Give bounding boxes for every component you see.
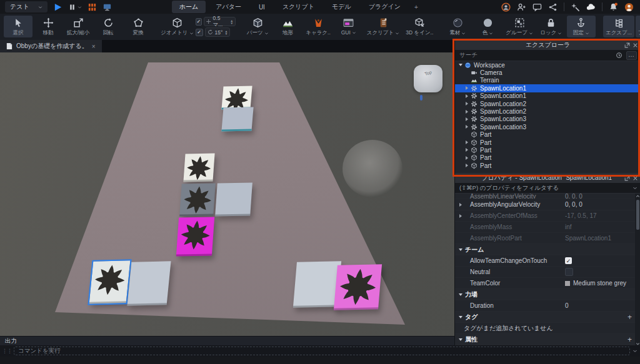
tree-item-Workspace[interactable]: Workspace xyxy=(455,61,640,69)
checkbox-unchecked[interactable] xyxy=(565,268,573,276)
property-value[interactable]: 0, 0, 0 xyxy=(565,201,640,208)
toolbar-button-lock[interactable]: ロック xyxy=(537,16,566,37)
toolbar-button-anchor[interactable]: 固定 xyxy=(567,16,596,37)
snap-value-input[interactable]: 0.5 マ...▲▼ xyxy=(204,17,236,26)
scrollbar-thumb[interactable] xyxy=(636,200,639,230)
expander-icon[interactable] xyxy=(464,156,469,160)
spark-icon[interactable] xyxy=(571,2,580,12)
tree-item-Camera[interactable]: Camera xyxy=(455,69,640,76)
person-add-icon[interactable] xyxy=(517,2,526,12)
spawn-pad[interactable] xyxy=(183,154,214,182)
snap-value-input[interactable]: 15°▲▼ xyxy=(205,27,231,37)
snap-checkbox[interactable]: ✓ xyxy=(196,18,202,26)
property-row-AllowTeamChangeOnTouch[interactable]: AllowTeamChangeOnTouch✓ xyxy=(455,255,640,267)
expander-icon[interactable] xyxy=(464,125,469,129)
expander-icon[interactable] xyxy=(464,117,469,121)
ribbon-tab-プラグイン[interactable]: プラグイン xyxy=(361,1,408,13)
property-row-Duration[interactable]: Duration0 xyxy=(455,300,640,312)
toolbar-button-group[interactable]: グループ xyxy=(503,16,536,37)
toolbar-button-terrain[interactable]: 地形 xyxy=(273,16,302,37)
property-row-AssemblyMass[interactable]: AssemblyMassinf xyxy=(455,222,640,233)
toolbar-button-scale[interactable]: 拡大/縮小 xyxy=(64,16,92,37)
ribbon-tab-UI[interactable]: UI xyxy=(251,2,272,12)
ribbon-tab-+[interactable]: + xyxy=(411,2,422,12)
spawn-pad[interactable] xyxy=(334,264,382,310)
bell-icon[interactable] xyxy=(609,2,618,12)
document-tab[interactable]: Obbyの基礎を作成する。 × xyxy=(0,40,102,52)
property-value[interactable]: 0, 0, 0 xyxy=(565,194,640,199)
explorer-title-bar[interactable]: エクスプローラ xyxy=(455,40,640,50)
tree-item-SpawnLocation1[interactable]: SpawnLocation1 xyxy=(455,92,640,100)
toolbar-button-cursor[interactable]: 選択 xyxy=(4,16,32,37)
viewport-3d[interactable]: Top xyxy=(0,52,454,336)
property-section-力場[interactable]: 力場 xyxy=(455,289,640,300)
ribbon-tab-アバター[interactable]: アバター xyxy=(208,1,249,13)
view-cube[interactable]: Top xyxy=(414,65,442,92)
property-value[interactable]: ✓ xyxy=(565,257,640,264)
toolbar-button-move[interactable]: 移動 xyxy=(34,16,62,37)
property-value[interactable]: SpawnLocation1 xyxy=(565,235,640,242)
spawn-pad[interactable] xyxy=(176,217,214,257)
property-row-AssemblyCenterOfMass[interactable]: AssemblyCenterOfMass-17, 0.5, 17 xyxy=(455,210,640,222)
tree-item-SpawnLocation3[interactable]: SpawnLocation3 xyxy=(455,123,640,130)
snap-checkbox[interactable]: ✓ xyxy=(196,29,203,36)
properties-filter[interactable]: (⇧⌘P) のプロパティをフィルタする xyxy=(455,183,640,194)
property-value[interactable] xyxy=(565,268,640,276)
tree-item-SpawnLocation2[interactable]: SpawnLocation2 xyxy=(455,107,640,115)
tree-item-Part[interactable]: Part xyxy=(455,162,640,169)
spawn-pad[interactable] xyxy=(221,86,252,110)
profile-avatar-icon[interactable] xyxy=(624,2,634,12)
pause-icon[interactable] xyxy=(68,2,82,12)
toolbar-button-rotate[interactable]: 回転 xyxy=(94,16,122,37)
cloud-icon[interactable] xyxy=(586,2,596,12)
spawn-pad[interactable] xyxy=(89,260,131,303)
toolbar-button-explorer[interactable]: エクスプ... xyxy=(603,16,634,37)
drag-handle-icon[interactable]: ⋮⋮ xyxy=(0,348,14,354)
close-icon[interactable] xyxy=(632,42,638,48)
expander-icon[interactable] xyxy=(464,110,469,114)
test-mode-dropdown[interactable]: テスト xyxy=(5,1,48,12)
expander-icon[interactable] xyxy=(464,86,469,90)
platform-tile[interactable] xyxy=(221,107,253,132)
tree-item-Terrain[interactable]: Terrain xyxy=(455,77,640,84)
property-row-AssemblyAngularVelocity[interactable]: AssemblyAngularVelocity0, 0, 0 xyxy=(455,199,640,210)
platform-tile[interactable] xyxy=(127,261,171,306)
tree-item-Part[interactable]: Part xyxy=(455,139,640,146)
toolbar-button-geometry[interactable]: ジオメトリ xyxy=(160,16,194,37)
expander-icon[interactable] xyxy=(464,140,469,144)
expander-icon[interactable] xyxy=(464,94,469,98)
property-value[interactable]: 0 xyxy=(565,302,640,309)
property-section-チーム[interactable]: チーム xyxy=(455,244,640,255)
chevron-down-icon[interactable] xyxy=(632,348,638,353)
property-row-AssemblyRootPart[interactable]: AssemblyRootPartSpawnLocation1 xyxy=(455,233,640,244)
add-icon[interactable]: + xyxy=(628,335,632,344)
tree-item-SpawnLocation1[interactable]: SpawnLocation1 xyxy=(455,84,640,92)
tree-item-Part[interactable]: Part xyxy=(455,131,640,139)
more-options-icon[interactable]: … xyxy=(626,51,637,60)
expander-icon[interactable] xyxy=(464,164,469,167)
ribbon-tab-モデル[interactable]: モデル xyxy=(324,1,359,13)
spawn-pad[interactable] xyxy=(179,184,216,217)
toolbar-button-color[interactable]: 色 xyxy=(473,16,502,37)
chat-icon[interactable] xyxy=(532,2,542,12)
tree-item-Part[interactable]: Part xyxy=(455,146,640,154)
toolbar-button-import3d[interactable]: 3D をイン.. xyxy=(403,16,436,37)
property-row-TeamColor[interactable]: TeamColorMedium stone grey xyxy=(455,278,640,289)
command-input[interactable]: コマンドを実行 xyxy=(14,347,630,355)
share-icon[interactable] xyxy=(548,2,558,12)
tree-item-SpawnLocation2[interactable]: SpawnLocation2 xyxy=(455,100,640,107)
tree-item-Part[interactable]: Part xyxy=(455,154,640,162)
add-icon[interactable]: + xyxy=(628,313,632,322)
checkbox-checked[interactable]: ✓ xyxy=(565,257,572,264)
expander-icon[interactable] xyxy=(464,102,469,106)
close-icon[interactable] xyxy=(632,175,638,181)
property-row-Neutral[interactable]: Neutral xyxy=(455,267,640,278)
scroll-up-icon[interactable] xyxy=(636,194,640,199)
popout-icon[interactable] xyxy=(624,42,630,48)
history-icon[interactable] xyxy=(616,52,622,59)
explorer-search[interactable]: サーチ … xyxy=(455,50,640,61)
device-icon[interactable] xyxy=(102,2,112,12)
ribbon-tab-スクリプト[interactable]: スクリプト xyxy=(275,1,322,13)
avatar-ring-icon[interactable] xyxy=(501,2,511,12)
expander-icon[interactable] xyxy=(464,148,469,152)
